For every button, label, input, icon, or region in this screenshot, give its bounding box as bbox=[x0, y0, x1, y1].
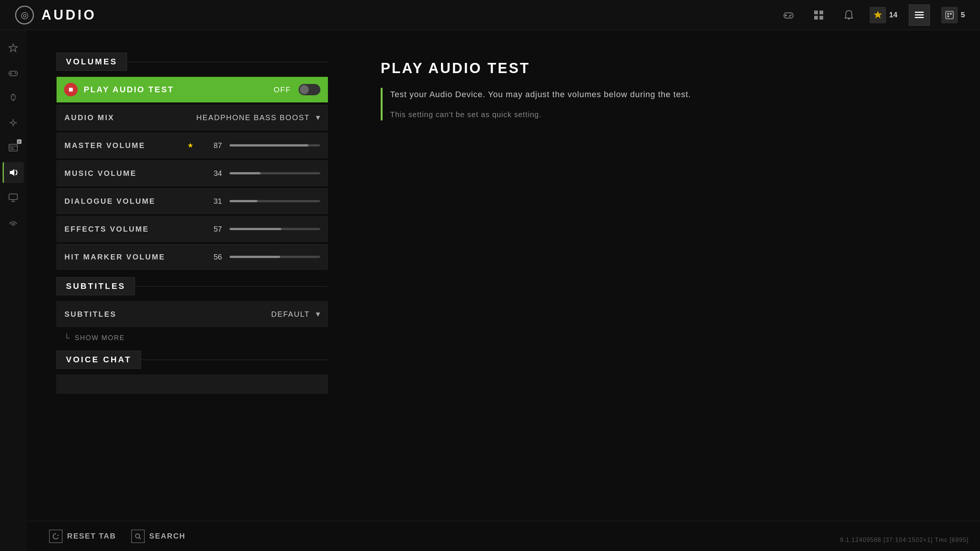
dialogue-volume-slider[interactable] bbox=[229, 200, 320, 202]
subtitles-row[interactable]: SUBTITLES DEFAULT ▾ bbox=[57, 301, 328, 327]
svg-point-24 bbox=[13, 99, 14, 101]
master-volume-fill bbox=[229, 144, 308, 146]
play-audio-test-toggle[interactable] bbox=[299, 84, 320, 95]
info-panel-accent-bar bbox=[381, 88, 383, 121]
hit-marker-volume-fill bbox=[229, 256, 280, 258]
sidebar-item-crosshair[interactable] bbox=[3, 112, 24, 133]
svg-line-42 bbox=[139, 537, 141, 539]
info-panel-note: This setting can't be set as quick setti… bbox=[390, 108, 691, 121]
sidebar-item-interface[interactable]: 2 bbox=[3, 137, 24, 158]
effects-volume-value: 57 bbox=[199, 225, 222, 233]
play-audio-test-value: OFF bbox=[274, 86, 291, 94]
svg-marker-34 bbox=[10, 169, 14, 176]
dialogue-volume-row[interactable]: DIALOGUE VOLUME 31 bbox=[57, 188, 328, 214]
sidebar-item-network[interactable] bbox=[3, 212, 24, 233]
sidebar: 2 bbox=[0, 30, 26, 551]
audio-mix-value: HEADPHONE BASS BOOST bbox=[196, 113, 310, 122]
subtitles-section: SUBTITLES SUBTITLES DEFAULT ▾ └ SHOW MOR… bbox=[57, 277, 328, 347]
search-button[interactable]: SEARCH bbox=[131, 530, 185, 543]
dialogue-volume-label: DIALOGUE VOLUME bbox=[64, 197, 199, 206]
bottom-bar: RESET TAB SEARCH bbox=[26, 521, 980, 551]
settings-panel: VOLUMES PLAY AUDIO TEST OFF AUDIO MIX HE… bbox=[26, 30, 350, 551]
subtitles-section-line bbox=[135, 286, 328, 287]
page-title: AUDIO bbox=[41, 7, 97, 23]
sidebar-item-mouse[interactable] bbox=[3, 87, 24, 108]
svg-rect-2 bbox=[785, 15, 787, 16]
reset-tab-label: RESET TAB bbox=[67, 532, 116, 540]
effects-volume-row[interactable]: EFFECTS VOLUME 57 bbox=[57, 216, 328, 242]
svg-marker-17 bbox=[9, 44, 18, 52]
notification-icon-btn[interactable] bbox=[839, 6, 858, 24]
audio-mix-label: AUDIO MIX bbox=[64, 113, 196, 122]
info-panel-description: Test your Audio Device. You may adjust t… bbox=[390, 88, 691, 101]
music-volume-fill bbox=[229, 172, 261, 175]
svg-rect-16 bbox=[947, 16, 949, 17]
subtitles-dropdown-arrow: ▾ bbox=[316, 309, 320, 319]
points-display: 5 bbox=[941, 7, 965, 23]
sidebar-item-controller[interactable] bbox=[3, 62, 24, 84]
svg-point-29 bbox=[12, 121, 15, 124]
svg-rect-15 bbox=[950, 13, 952, 15]
svg-rect-11 bbox=[915, 14, 924, 16]
play-audio-test-stop-icon bbox=[64, 83, 78, 97]
hit-marker-volume-slider[interactable] bbox=[229, 256, 320, 258]
header-logo: ◎ AUDIO bbox=[15, 6, 97, 24]
hit-marker-volume-row[interactable]: HIT MARKER VOLUME 56 bbox=[57, 244, 328, 270]
master-volume-label: MASTER VOLUME bbox=[64, 141, 187, 150]
svg-rect-32 bbox=[10, 147, 13, 148]
music-volume-slider[interactable] bbox=[229, 172, 320, 175]
info-panel: PLAY AUDIO TEST Test your Audio Device. … bbox=[350, 30, 980, 551]
voice-chat-section-title: VOICE CHAT bbox=[57, 351, 141, 369]
svg-rect-33 bbox=[10, 149, 15, 149]
volumes-section-header: VOLUMES bbox=[57, 53, 328, 71]
svg-rect-10 bbox=[915, 12, 924, 13]
svg-point-21 bbox=[15, 72, 16, 74]
version-info: 9.1.12409588 [37:104:1502+1] Tmc [6995] bbox=[840, 537, 969, 543]
svg-rect-14 bbox=[947, 13, 949, 15]
subtitles-label: SUBTITLES bbox=[64, 310, 271, 319]
svg-rect-8 bbox=[819, 16, 823, 20]
hit-marker-volume-value: 56 bbox=[199, 253, 222, 261]
menu-icon-btn[interactable] bbox=[909, 5, 930, 25]
header-bar: ◎ AUDIO bbox=[0, 0, 980, 30]
music-volume-row[interactable]: MUSIC VOLUME 34 bbox=[57, 160, 328, 186]
volumes-section-title: VOLUMES bbox=[57, 53, 127, 71]
search-icon bbox=[131, 530, 145, 543]
master-volume-row[interactable]: MASTER VOLUME ★ 87 bbox=[57, 133, 328, 158]
audio-mix-row[interactable]: AUDIO MIX HEADPHONE BASS BOOST ▾ bbox=[57, 105, 328, 130]
volumes-section-line bbox=[127, 62, 328, 62]
voice-chat-section: VOICE CHAT bbox=[57, 351, 328, 394]
svg-rect-12 bbox=[915, 17, 924, 18]
show-more-row[interactable]: └ SHOW MORE bbox=[57, 329, 328, 347]
music-volume-value: 34 bbox=[199, 169, 222, 178]
subtitles-section-header: SUBTITLES bbox=[57, 277, 328, 295]
play-audio-test-row[interactable]: PLAY AUDIO TEST OFF bbox=[57, 77, 328, 102]
svg-rect-39 bbox=[69, 88, 73, 92]
currency-display: 14 bbox=[870, 7, 897, 23]
main-content: VOLUMES PLAY AUDIO TEST OFF AUDIO MIX HE… bbox=[26, 30, 980, 551]
reset-tab-button[interactable]: RESET TAB bbox=[49, 530, 116, 543]
master-volume-star[interactable]: ★ bbox=[187, 141, 193, 149]
grid-icon-btn[interactable] bbox=[809, 6, 828, 24]
dialogue-volume-value: 31 bbox=[199, 197, 222, 206]
points-icon bbox=[941, 7, 958, 23]
effects-volume-slider[interactable] bbox=[229, 228, 320, 230]
controller-icon-btn[interactable] bbox=[779, 6, 798, 24]
svg-rect-13 bbox=[946, 11, 953, 19]
svg-point-38 bbox=[13, 224, 14, 226]
sidebar-item-display[interactable] bbox=[3, 187, 24, 208]
svg-marker-9 bbox=[874, 11, 882, 19]
voice-chat-partial-row bbox=[57, 375, 328, 394]
dialogue-volume-fill bbox=[229, 200, 258, 202]
master-volume-slider[interactable] bbox=[229, 144, 320, 146]
show-more-label: SHOW MORE bbox=[75, 334, 125, 342]
sidebar-item-audio[interactable] bbox=[3, 162, 24, 183]
sidebar-item-favorites[interactable] bbox=[3, 38, 24, 59]
effects-volume-fill bbox=[229, 228, 281, 230]
reset-tab-icon bbox=[49, 530, 62, 543]
master-volume-value: 87 bbox=[199, 141, 222, 150]
toggle-knob bbox=[300, 85, 309, 94]
currency-icon bbox=[870, 7, 886, 23]
effects-volume-label: EFFECTS VOLUME bbox=[64, 225, 199, 233]
show-more-icon: └ bbox=[64, 334, 70, 342]
